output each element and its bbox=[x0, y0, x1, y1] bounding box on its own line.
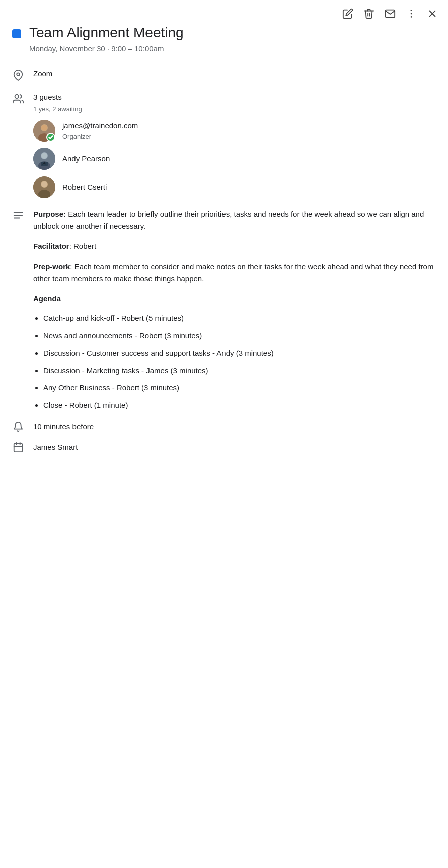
guest-item-andy: Andy Pearson bbox=[33, 148, 436, 170]
svg-point-10 bbox=[41, 125, 47, 131]
calendar-icon bbox=[12, 441, 24, 453]
guests-row: 3 guests 1 yes, 2 awaiting bbox=[12, 92, 436, 198]
delete-button[interactable] bbox=[363, 8, 375, 19]
event-time: 9:00 – 10:00am bbox=[111, 44, 164, 53]
agenda-item-4: Discussion - Marketing tasks - James (3 … bbox=[43, 365, 436, 377]
facilitator-paragraph: Facilitator: Robert bbox=[33, 240, 436, 252]
guest-role-james: Organizer bbox=[62, 132, 138, 142]
guest-info-james: james@trainedon.com Organizer bbox=[62, 120, 138, 141]
event-color-indicator bbox=[12, 29, 21, 38]
agenda-list: Catch-up and kick-off - Robert (5 minute… bbox=[33, 313, 436, 411]
agenda-item-1: Catch-up and kick-off - Robert (5 minute… bbox=[43, 313, 436, 324]
guests-list: james@trainedon.com Organizer bbox=[33, 120, 436, 198]
reminder-icon bbox=[12, 421, 24, 433]
more-options-button[interactable] bbox=[406, 8, 417, 19]
location-text: Zoom bbox=[33, 68, 436, 80]
svg-point-2 bbox=[411, 16, 412, 18]
avatar-andy bbox=[33, 148, 55, 170]
facilitator-text: : Robert bbox=[69, 242, 96, 250]
reminder-row: 10 minutes before bbox=[12, 421, 436, 433]
guest-name-james: james@trainedon.com bbox=[62, 120, 138, 132]
svg-point-6 bbox=[15, 95, 19, 98]
event-date-separator: · bbox=[107, 44, 111, 53]
guest-name-robert: Robert Cserti bbox=[62, 182, 107, 193]
guests-icon bbox=[12, 93, 24, 105]
location-row: Zoom bbox=[12, 68, 436, 81]
prepwork-text: : Each team member to consider and make … bbox=[33, 262, 433, 283]
prepwork-label: Prep-work bbox=[33, 262, 70, 271]
svg-point-1 bbox=[411, 13, 412, 15]
agenda-item-6: Close - Robert (1 minute) bbox=[43, 400, 436, 411]
guest-name-andy: Andy Pearson bbox=[62, 153, 110, 165]
agenda-item-5: Any Other Business - Robert (3 minutes) bbox=[43, 382, 436, 394]
facilitator-label: Facilitator bbox=[33, 242, 69, 250]
agenda-title: Agenda bbox=[33, 293, 436, 305]
purpose-label: Purpose: bbox=[33, 210, 66, 218]
guests-status: 1 yes, 2 awaiting bbox=[33, 104, 436, 114]
guests-info: 3 guests 1 yes, 2 awaiting bbox=[33, 92, 436, 198]
event-title-block: Team Alignment Meeting Monday, November … bbox=[29, 24, 184, 54]
guest-info-robert: Robert Cserti bbox=[62, 182, 107, 193]
check-badge-james bbox=[46, 133, 55, 142]
agenda-item-2: News and announcements - Robert (3 minut… bbox=[43, 330, 436, 342]
svg-rect-24 bbox=[14, 444, 23, 452]
guests-count: 3 guests bbox=[33, 92, 436, 103]
calendar-row: James Smart bbox=[12, 441, 436, 453]
close-button[interactable] bbox=[427, 8, 438, 19]
guest-item-robert: Robert Cserti bbox=[33, 176, 436, 198]
avatar-robert bbox=[33, 176, 55, 198]
svg-point-5 bbox=[17, 73, 20, 76]
event-header: Team Alignment Meeting Monday, November … bbox=[12, 24, 436, 54]
event-title: Team Alignment Meeting bbox=[29, 24, 184, 41]
purpose-paragraph: Purpose: Each team leader to briefly out… bbox=[33, 208, 436, 232]
location-icon bbox=[12, 69, 24, 81]
avatar-face-andy bbox=[33, 148, 55, 170]
description-icon bbox=[12, 209, 24, 221]
svg-point-0 bbox=[411, 10, 412, 11]
reminder-text: 10 minutes before bbox=[33, 421, 94, 433]
purpose-text: Each team leader to briefly outline thei… bbox=[33, 210, 424, 230]
prepwork-paragraph: Prep-work: Each team member to consider … bbox=[33, 261, 436, 285]
svg-point-20 bbox=[41, 181, 47, 187]
description-section: Purpose: Each team leader to briefly out… bbox=[12, 208, 436, 411]
event-datetime: Monday, November 30 · 9:00 – 10:00am bbox=[29, 43, 184, 55]
avatar-wrapper-andy bbox=[33, 148, 55, 170]
avatar-wrapper-robert bbox=[33, 176, 55, 198]
guest-info-andy: Andy Pearson bbox=[62, 153, 110, 165]
avatar-face-robert bbox=[33, 176, 55, 198]
avatar-wrapper-james bbox=[33, 120, 55, 142]
edit-button[interactable] bbox=[342, 8, 353, 19]
toolbar bbox=[0, 0, 448, 24]
calendar-owner: James Smart bbox=[33, 442, 78, 453]
guest-item: james@trainedon.com Organizer bbox=[33, 120, 436, 142]
event-date: Monday, November 30 bbox=[29, 44, 105, 53]
agenda-item-3: Discussion - Customer success and suppor… bbox=[43, 348, 436, 359]
description-content: Purpose: Each team leader to briefly out… bbox=[33, 208, 436, 411]
svg-point-14 bbox=[41, 153, 47, 159]
email-button[interactable] bbox=[385, 8, 396, 19]
event-detail-panel: Team Alignment Meeting Monday, November … bbox=[0, 24, 448, 473]
